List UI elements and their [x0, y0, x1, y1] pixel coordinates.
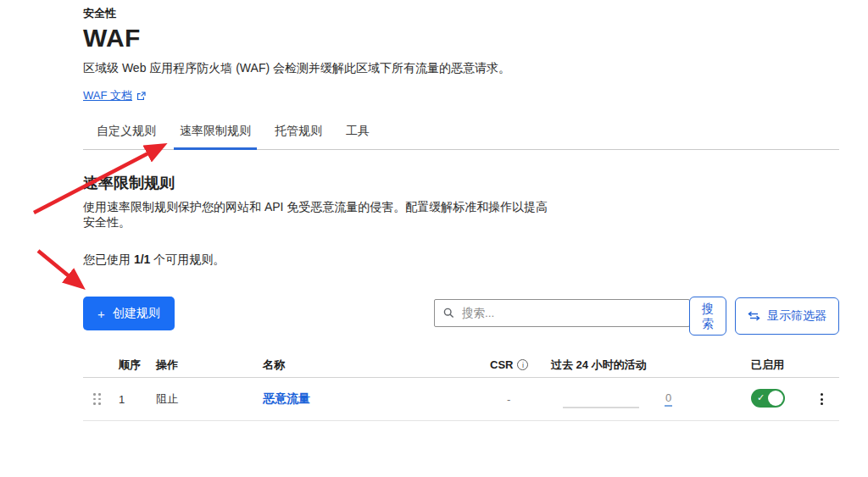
main-content: 安全性 WAF 区域级 Web 应用程序防火墙 (WAF) 会检测并缓解此区域下…: [83, 7, 839, 421]
enabled-toggle[interactable]: ✓: [751, 389, 785, 408]
tab-rate-limiting-rules[interactable]: 速率限制规则: [180, 124, 251, 149]
info-icon[interactable]: i: [517, 359, 528, 370]
table-row: 1 阻止 恶意流量 - 0 ✓: [83, 378, 839, 421]
rules-toolbar: + 创建规则 搜索 显示筛选器: [83, 297, 839, 336]
page-title: WAF: [83, 24, 839, 53]
usage-count: 1/1: [134, 252, 150, 266]
swap-arrows-icon: [748, 311, 760, 321]
plus-icon: +: [97, 307, 105, 321]
header-activity-24h: 过去 24 小时的活动: [541, 358, 741, 373]
rule-activity-cell: 0: [541, 391, 741, 407]
search-filter-group: 搜索 显示筛选器: [434, 297, 839, 336]
rule-order: 1: [108, 393, 146, 406]
rule-csr-value: -: [480, 393, 541, 406]
arrow-to-create-button: [38, 251, 81, 286]
create-rule-button[interactable]: + 创建规则: [83, 297, 175, 330]
show-filters-button[interactable]: 显示筛选器: [735, 297, 839, 335]
header-order: 顺序: [108, 358, 146, 373]
waf-docs-link-label: WAF 文档: [83, 88, 132, 103]
breadcrumb-section-label: 安全性: [83, 7, 839, 20]
section-title: 速率限制规则: [83, 174, 839, 192]
section-description: 使用速率限制规则保护您的网站和 API 免受恶意流量的侵害。配置缓解标准和操作以…: [83, 200, 554, 230]
tab-tools[interactable]: 工具: [346, 124, 370, 149]
drag-handle-icon[interactable]: [83, 393, 108, 405]
header-enabled: 已启用: [741, 358, 793, 373]
row-menu-kebab-icon[interactable]: [814, 388, 830, 410]
search-button[interactable]: 搜索: [689, 297, 726, 336]
page-description: 区域级 Web 应用程序防火墙 (WAF) 会检测并缓解此区域下所有流量的恶意请…: [83, 61, 839, 75]
activity-count[interactable]: 0: [665, 391, 672, 407]
table-header-row: 顺序 操作 名称 CSR i 过去 24 小时的活动 已启用: [83, 352, 839, 378]
check-icon: ✓: [757, 392, 765, 403]
header-name: 名称: [253, 358, 480, 373]
rule-name-link[interactable]: 恶意流量: [263, 391, 310, 405]
usage-prefix: 您已使用: [83, 252, 134, 266]
header-csr-label: CSR: [490, 358, 513, 371]
usage-summary: 您已使用 1/1 个可用规则。: [83, 252, 839, 266]
create-rule-button-label: 创建规则: [113, 306, 160, 321]
search-input[interactable]: [460, 306, 681, 320]
header-csr: CSR i: [480, 358, 541, 371]
search-box: [434, 299, 690, 327]
tab-managed-rules[interactable]: 托管规则: [275, 124, 322, 149]
header-action: 操作: [146, 358, 253, 373]
external-link-icon: [136, 92, 146, 101]
usage-suffix: 个可用规则。: [150, 252, 225, 266]
waf-tab-bar: 自定义规则 速率限制规则 托管规则 工具: [83, 124, 839, 150]
waf-docs-link[interactable]: WAF 文档: [83, 88, 146, 103]
toggle-knob: [768, 391, 783, 406]
rule-action: 阻止: [146, 391, 253, 407]
rules-table: 顺序 操作 名称 CSR i 过去 24 小时的活动 已启用 1 阻止 恶意流量…: [83, 352, 839, 421]
show-filters-label: 显示筛选器: [767, 308, 826, 324]
tab-custom-rules[interactable]: 自定义规则: [97, 124, 156, 149]
activity-sparkline: [563, 407, 639, 408]
search-icon: [443, 308, 454, 319]
